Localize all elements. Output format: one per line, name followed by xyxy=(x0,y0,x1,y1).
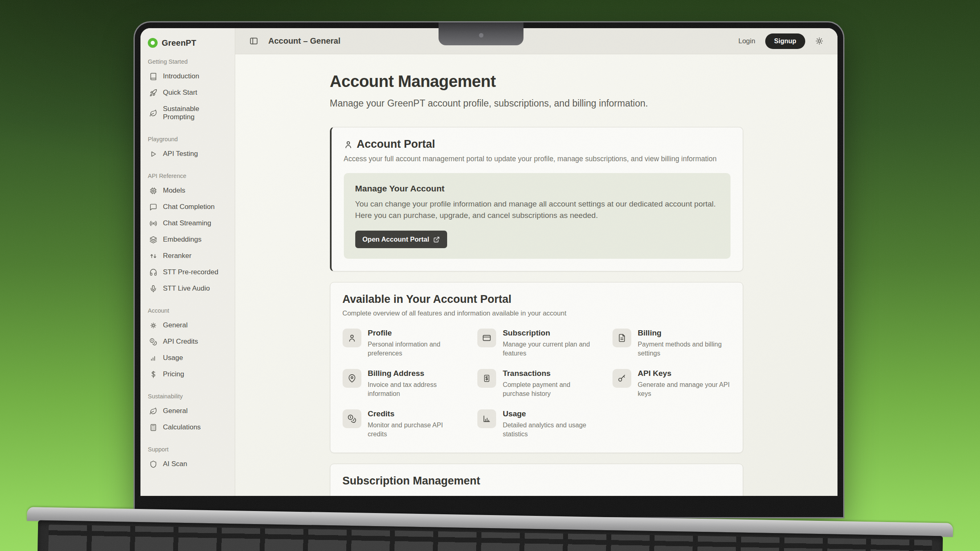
sidebar-item-introduction[interactable]: Introduction xyxy=(148,68,227,84)
sidebar-item-calculations[interactable]: Calculations xyxy=(148,419,227,435)
feature-credits: Credits Monitor and purchase API credits xyxy=(343,409,461,439)
sidebar-item-api-credits[interactable]: API Credits xyxy=(148,333,227,350)
breadcrumb: Account – General xyxy=(268,36,341,46)
cpu-icon xyxy=(149,187,157,195)
sidebar-item-sustainable-prompting[interactable]: Sustainable Prompting xyxy=(148,101,227,125)
microphone-icon xyxy=(149,285,157,293)
feature-subscription: Subscription Manage your current plan an… xyxy=(477,329,595,358)
sidebar-section-playground: Playground API Testing xyxy=(148,136,227,162)
document-icon xyxy=(617,333,626,342)
laptop-notch xyxy=(439,22,523,45)
sidebar-section-support: Support AI Scan xyxy=(148,446,227,472)
external-link-icon xyxy=(433,236,440,243)
sidebar-item-chat-streaming[interactable]: Chat Streaming xyxy=(148,215,227,231)
desktop-background: GreenPT Getting Started Introduction Qui… xyxy=(0,0,980,551)
feature-grid: Profile Personal information and prefere… xyxy=(343,329,731,439)
available-features-card: Available in Your Account Portal Complet… xyxy=(330,282,743,453)
sidebar-item-chat-completion[interactable]: Chat Completion xyxy=(148,199,227,215)
chat-icon xyxy=(149,203,157,211)
panel-title: Manage Your Account xyxy=(355,184,719,193)
coins-icon xyxy=(149,338,157,346)
sidebar-item-stt-live-audio[interactable]: STT Live Audio xyxy=(148,280,227,297)
card-subtitle: Complete overview of all features and in… xyxy=(343,309,731,317)
receipt-icon xyxy=(482,374,491,383)
section-label: Account xyxy=(148,307,227,314)
laptop-screen: GreenPT Getting Started Introduction Qui… xyxy=(135,22,843,517)
leaf-icon xyxy=(149,407,157,415)
sidebar-section-account: Account General API Credits Usage xyxy=(148,307,227,382)
broadcast-icon xyxy=(149,220,157,227)
chart-column-icon xyxy=(482,414,491,423)
card-description: Access your full account management port… xyxy=(344,155,731,163)
sidebar-item-account-general[interactable]: General xyxy=(148,317,227,333)
sidebar-item-ai-scan[interactable]: AI Scan xyxy=(148,456,227,472)
sort-arrows-icon xyxy=(149,252,157,260)
sidebar-item-quick-start[interactable]: Quick Start xyxy=(148,84,227,101)
credit-card-icon xyxy=(482,333,491,342)
map-pin-icon xyxy=(347,374,356,383)
layers-icon xyxy=(149,236,157,244)
headphones-icon xyxy=(149,269,157,276)
subscription-management-card: Subscription Management xyxy=(330,464,743,496)
sidebar-item-embeddings[interactable]: Embeddings xyxy=(148,231,227,248)
card-title: Available in Your Account Portal xyxy=(343,293,731,306)
bar-chart-icon xyxy=(149,354,157,362)
section-label: Getting Started xyxy=(148,58,227,65)
rocket-icon xyxy=(149,89,157,97)
user-icon xyxy=(347,333,356,342)
greenpt-logo-icon xyxy=(148,38,158,48)
sidebar-item-sustainability-general[interactable]: General xyxy=(148,403,227,419)
book-icon xyxy=(149,73,157,80)
app-window: GreenPT Getting Started Introduction Qui… xyxy=(140,28,837,496)
sidebar-item-usage[interactable]: Usage xyxy=(148,350,227,366)
page-title: Account Management xyxy=(330,72,743,91)
key-icon xyxy=(617,374,626,383)
card-title: Subscription Management xyxy=(343,475,731,487)
webcam-icon xyxy=(479,33,483,38)
sidebar-item-models[interactable]: Models xyxy=(148,182,227,199)
calculator-icon xyxy=(149,424,157,431)
signup-button[interactable]: Signup xyxy=(765,33,805,49)
feature-billing: Billing Payment methods and billing sett… xyxy=(612,329,731,358)
feature-api-keys: API Keys Generate and manage your API ke… xyxy=(612,369,731,399)
sidebar-item-stt-prerecorded[interactable]: STT Pre-recorded xyxy=(148,264,227,280)
sidebar-section-sustainability: Sustainability General Calculations xyxy=(148,393,227,435)
sidebar-item-api-testing[interactable]: API Testing xyxy=(148,146,227,162)
feature-transactions: Transactions Complete payment and purcha… xyxy=(477,369,595,399)
brand-logo[interactable]: GreenPT xyxy=(148,38,227,48)
card-title: Account Portal xyxy=(357,138,435,151)
panel-body: You can change your profile information … xyxy=(355,198,719,221)
sidebar-section-api-reference: API Reference Models Chat Completion Cha… xyxy=(148,173,227,297)
brand-name: GreenPT xyxy=(162,38,196,48)
page-subtitle: Manage your GreenPT account profile, sub… xyxy=(330,98,743,109)
sidebar-section-getting-started: Getting Started Introduction Quick Start… xyxy=(148,58,227,125)
page-content: Account Management Manage your GreenPT a… xyxy=(235,54,837,496)
login-link[interactable]: Login xyxy=(738,37,755,45)
coins-icon xyxy=(347,414,356,423)
shield-icon xyxy=(149,460,157,468)
section-label: Support xyxy=(148,446,227,453)
account-portal-card: Account Portal Access your full account … xyxy=(330,127,743,271)
feature-profile: Profile Personal information and prefere… xyxy=(343,329,461,358)
manage-account-panel: Manage Your Account You can change your … xyxy=(344,173,731,259)
user-icon xyxy=(344,140,353,149)
section-label: Playground xyxy=(148,136,227,142)
leaf-icon xyxy=(149,109,157,117)
feature-usage: Usage Detailed analytics and usage stati… xyxy=(477,409,595,439)
sidebar-item-pricing[interactable]: Pricing xyxy=(148,366,227,382)
sidebar: GreenPT Getting Started Introduction Qui… xyxy=(140,28,235,496)
play-icon xyxy=(149,150,157,158)
topbar: Account – General Login Signup xyxy=(235,28,837,54)
gear-icon xyxy=(149,322,157,329)
open-account-portal-button[interactable]: Open Account Portal xyxy=(355,231,448,248)
feature-billing-address: Billing Address Invoice and tax address … xyxy=(343,369,461,399)
sidebar-toggle-icon[interactable] xyxy=(249,36,258,46)
section-label: API Reference xyxy=(148,173,227,179)
dollar-icon xyxy=(149,371,157,378)
section-label: Sustainability xyxy=(148,393,227,400)
theme-toggle-sun-icon[interactable] xyxy=(815,37,824,45)
sidebar-item-reranker[interactable]: Reranker xyxy=(148,248,227,264)
main-area: Account – General Login Signup Account M… xyxy=(235,28,837,496)
